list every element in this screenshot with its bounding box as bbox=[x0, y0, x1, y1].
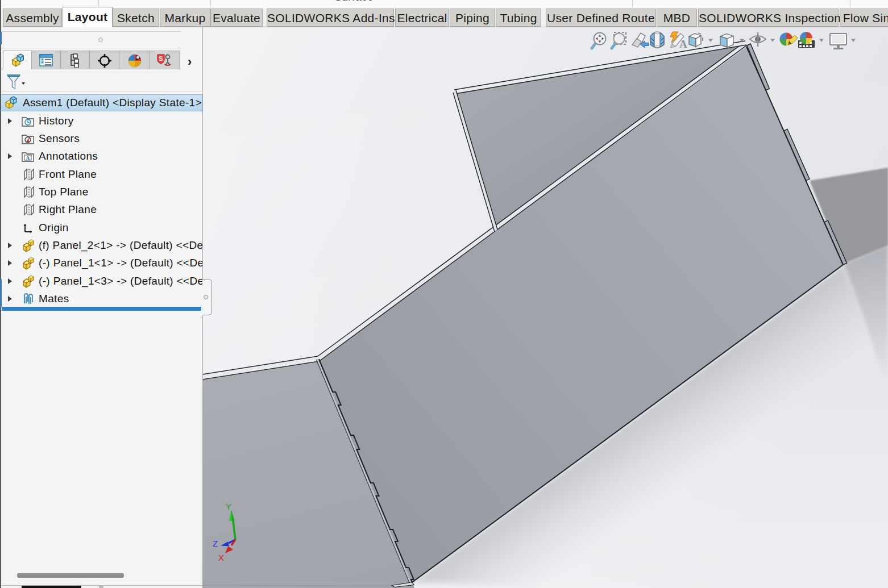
svg-text:X: X bbox=[218, 553, 224, 562]
svg-text:A: A bbox=[26, 155, 30, 161]
svg-text:S: S bbox=[159, 55, 163, 62]
svg-text:Y: Y bbox=[226, 502, 231, 511]
svg-text:A: A bbox=[679, 38, 687, 50]
svg-text:Z: Z bbox=[213, 539, 218, 548]
